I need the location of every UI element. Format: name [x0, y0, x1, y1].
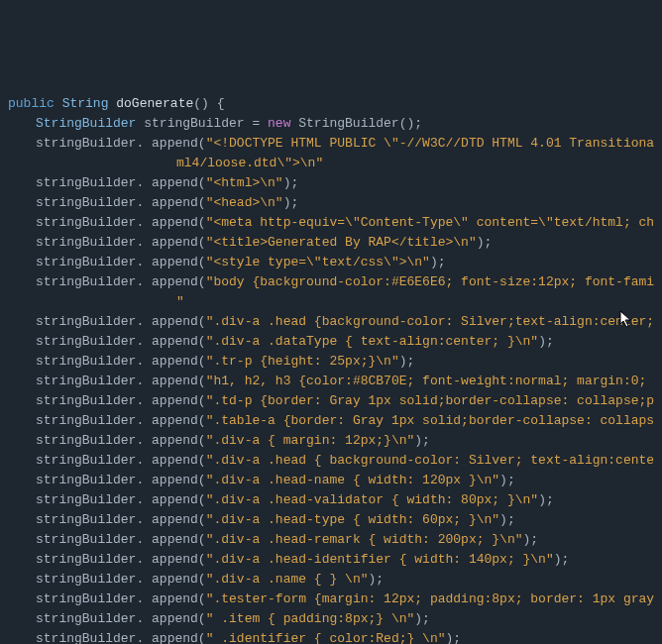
code-line: stringBuilder. append("<meta http-equiv=… — [8, 213, 654, 233]
code-line: stringBuilder. append(".div-a { margin: … — [8, 431, 654, 451]
code-line: stringBuilder. append("<title>Generated … — [8, 233, 654, 253]
method-name: doGenerate — [116, 96, 193, 111]
code-line: stringBuilder. append(".div-a .head-rema… — [8, 530, 654, 550]
code-line: stringBuilder. append(".table-a {border:… — [8, 411, 654, 431]
type-string: String — [62, 96, 109, 111]
code-line: stringBuilder. append(".tester-form {mar… — [8, 590, 654, 609]
code-line: stringBuilder. append(".div-a .head-iden… — [8, 550, 654, 570]
code-line: stringBuilder. append("body {background-… — [8, 272, 654, 292]
code-line: public String doGenerate() { — [8, 94, 654, 114]
code-line: stringBuilder. append("<style type=\"tex… — [8, 253, 654, 272]
code-line: stringBuilder. append("h1, h2, h3 {color… — [8, 372, 654, 391]
code-line: stringBuilder. append(".div-a .head-vali… — [8, 490, 654, 510]
code-line: ml4/loose.dtd\">\n" — [8, 154, 654, 173]
code-editor[interactable]: public String doGenerate() {StringBuilde… — [8, 94, 654, 644]
code-line: stringBuilder. append(".div-a .head { ba… — [8, 451, 654, 471]
code-line: stringBuilder. append(" .item { padding:… — [8, 609, 654, 629]
keyword-public: public — [8, 96, 55, 111]
code-line: stringBuilder. append(".div-a .name { } … — [8, 570, 654, 590]
code-line: stringBuilder. append(".div-a .head {bac… — [8, 312, 654, 332]
code-line: " — [8, 292, 654, 312]
code-line: stringBuilder. append("<head>\n"); — [8, 193, 654, 213]
code-line: StringBuilder stringBuilder = new String… — [8, 114, 654, 134]
code-line: stringBuilder. append(".td-p {border: Gr… — [8, 391, 654, 411]
code-line: stringBuilder. append(".tr-p {height: 25… — [8, 352, 654, 372]
code-line: stringBuilder. append(".div-a .head-name… — [8, 471, 654, 490]
code-line: stringBuilder. append("<html>\n"); — [8, 173, 654, 193]
code-line: stringBuilder. append(" .identifier { co… — [8, 629, 654, 644]
code-line: stringBuilder. append(".div-a .dataType … — [8, 332, 654, 352]
code-line: stringBuilder. append("<!DOCTYPE HTML PU… — [8, 134, 654, 154]
code-line: stringBuilder. append(".div-a .head-type… — [8, 510, 654, 530]
